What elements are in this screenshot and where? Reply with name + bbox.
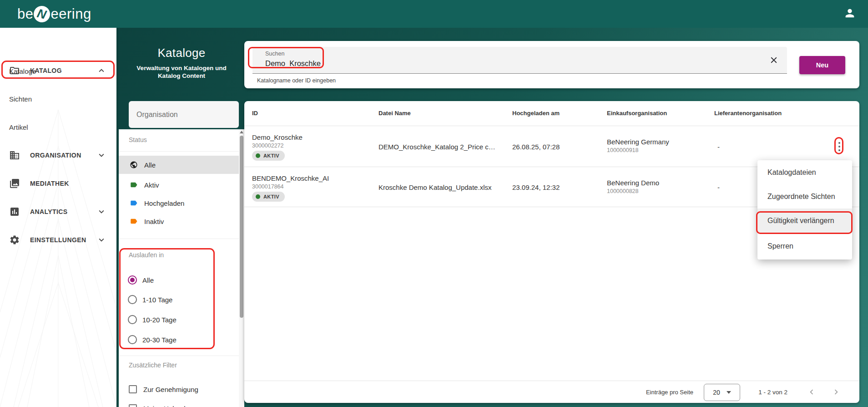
pagination-bar: Einträge pro Seite 20 1 - 2 von 2	[244, 381, 859, 403]
per-page-select[interactable]: 20	[704, 384, 740, 401]
divider	[119, 151, 239, 152]
sidebar-group-label: EINSTELLUNGEN	[30, 236, 86, 244]
sidebar-group-mediathek[interactable]: MEDIATHEK	[0, 173, 116, 193]
page-subtitle: Verwaltung von Katalogen und Katalog Con…	[125, 64, 238, 80]
menu-item-gueltigkeit-verlaengern[interactable]: Gültigkeit verlängern	[757, 209, 852, 233]
search-input-label: Suchen	[265, 51, 284, 57]
checkbox-icon[interactable]	[129, 385, 137, 393]
column-header-file: Datei Name	[378, 110, 411, 117]
filter-panel: Status Alle Aktiv Hochgeladen Inaktiv Au…	[119, 129, 239, 407]
expiry-option-1-10[interactable]: 1-10 Tage	[119, 292, 219, 307]
next-page-icon[interactable]	[831, 387, 841, 397]
sidebar-item-kataloge[interactable]: Kataloge	[0, 62, 116, 80]
scroll-up-arrow-icon[interactable]	[240, 131, 243, 133]
scrollbar-thumb[interactable]	[240, 136, 243, 318]
purchase-org-cell: BeNeering Germany 1000000918	[607, 138, 669, 153]
row-actions-kebab-icon[interactable]	[835, 139, 843, 154]
sidebar-group-label: ORGANISATION	[30, 152, 81, 159]
search-card: Suchen Demo_Kroschke Katalogname oder ID…	[244, 41, 859, 88]
column-header-purchase-org: Einkaufsorganisation	[607, 110, 667, 117]
checkbox-icon[interactable]	[129, 404, 137, 407]
status-option-label: Alle	[144, 161, 156, 169]
status-option-alle[interactable]: Alle	[119, 156, 239, 174]
green-dot-icon	[256, 194, 260, 199]
expiry-option-alle[interactable]: Alle	[119, 272, 219, 288]
menu-item-sperren[interactable]: Sperren	[757, 233, 852, 259]
chevron-down-icon	[96, 207, 106, 217]
status-badge: AKTIV	[252, 192, 285, 202]
purchase-org-id: 1000000918	[607, 147, 669, 153]
filter-scrollbar[interactable]	[239, 129, 244, 407]
gear-icon	[9, 234, 20, 245]
sidebar-group-organisation[interactable]: ORGANISATION	[0, 145, 116, 165]
logo-n-icon: N	[32, 4, 52, 24]
column-header-id: ID	[252, 110, 258, 117]
menu-item-katalogdateien[interactable]: Katalogdateien	[757, 160, 852, 184]
search-input-value: Demo_Kroschke	[265, 59, 321, 68]
sidebar-group-analytics[interactable]: ANALYTICS	[0, 202, 116, 222]
radio-label: 20-30 Tage	[142, 336, 177, 344]
supplier-org-cell: -	[717, 183, 720, 191]
radio-label: 10-20 Tage	[142, 316, 177, 324]
chevron-down-icon	[96, 235, 106, 245]
building-icon	[9, 150, 20, 161]
checkbox-label: Zur Genehmigung	[143, 386, 198, 393]
table-header-row: ID Datei Name Hochgeladen am Einkaufsorg…	[244, 101, 859, 126]
status-option-inaktiv[interactable]: Inaktiv	[119, 212, 239, 230]
page-range-text: 1 - 2 von 2	[758, 389, 787, 396]
file-name: Kroschke Demo Katalog_Update.xlsx	[378, 183, 491, 191]
catalog-id: 3000017864	[252, 183, 284, 190]
clear-search-icon[interactable]	[769, 55, 779, 65]
status-option-aktiv[interactable]: Aktiv	[119, 176, 239, 194]
status-filter-label: Status	[129, 136, 147, 143]
uploaded-at: 26.08.25, 07:28	[512, 142, 560, 150]
status-option-label: Hochgeladen	[144, 199, 184, 207]
radio-selected-icon[interactable]	[128, 275, 137, 285]
catalog-name: BENDEMO_Kroschke_AI	[252, 174, 329, 182]
previous-page-icon[interactable]	[807, 387, 817, 397]
sidebar-item-sichten[interactable]: Sichten	[0, 90, 116, 108]
menu-item-zugeordnete-sichten[interactable]: Zugeordnete Sichten	[757, 184, 852, 209]
media-library-icon	[9, 178, 20, 189]
new-catalog-button[interactable]: Neu	[799, 56, 845, 74]
radio-label: Alle	[142, 276, 154, 284]
expiry-option-20-30[interactable]: 20-30 Tage	[119, 332, 219, 347]
search-input[interactable]: Suchen Demo_Kroschke	[252, 47, 787, 74]
radio-label: 1-10 Tage	[142, 296, 172, 304]
radio-icon[interactable]	[128, 335, 137, 344]
divider	[119, 239, 239, 239]
user-account-icon[interactable]	[843, 7, 856, 20]
tag-icon	[130, 181, 138, 189]
supplier-org-cell: -	[717, 142, 720, 150]
status-option-hochgeladen[interactable]: Hochgeladen	[119, 194, 239, 212]
sidebar-group-einstellungen[interactable]: EINSTELLUNGEN	[0, 230, 116, 250]
status-badge: AKTIV	[252, 151, 285, 161]
page-header: Kataloge Verwaltung von Katalogen und Ka…	[125, 46, 238, 80]
status-option-label: Inaktiv	[144, 218, 164, 225]
search-helper-text: Katalogname oder ID eingeben	[257, 77, 336, 84]
organisation-select[interactable]: Organisation	[129, 101, 239, 128]
column-header-supplier-org: Lieferantenorganisation	[714, 110, 782, 117]
expiry-filter-label: Auslaufen in	[129, 251, 164, 259]
caret-down-icon	[727, 391, 731, 394]
main-content: Kataloge Verwaltung von Katalogen und Ka…	[116, 28, 868, 407]
chevron-down-icon	[96, 150, 106, 160]
sidebar-item-artikel[interactable]: Artikel	[0, 118, 116, 136]
status-option-label: Aktiv	[144, 181, 159, 189]
additional-filter-label: Zusätzliche Filter	[129, 361, 177, 369]
radio-icon[interactable]	[128, 295, 137, 304]
filter-zur-genehmigung[interactable]: Zur Genehmigung	[119, 382, 228, 397]
column-header-uploaded: Hochgeladen am	[512, 110, 560, 117]
radio-icon[interactable]	[128, 315, 137, 324]
tag-icon	[130, 199, 138, 207]
filter-meine-uploads[interactable]: Meine Uploads	[119, 401, 228, 407]
expiry-option-10-20[interactable]: 10-20 Tage	[119, 312, 219, 327]
organisation-select-label: Organisation	[136, 111, 178, 119]
logo-text-suffix: eering	[50, 6, 91, 22]
bar-chart-icon	[9, 206, 20, 217]
divider	[119, 356, 239, 356]
sidebar-group-label: MEDIATHEK	[30, 180, 69, 187]
uploaded-at: 23.09.24, 12:32	[512, 183, 560, 191]
page-title: Kataloge	[125, 46, 238, 60]
globe-icon	[130, 161, 138, 169]
